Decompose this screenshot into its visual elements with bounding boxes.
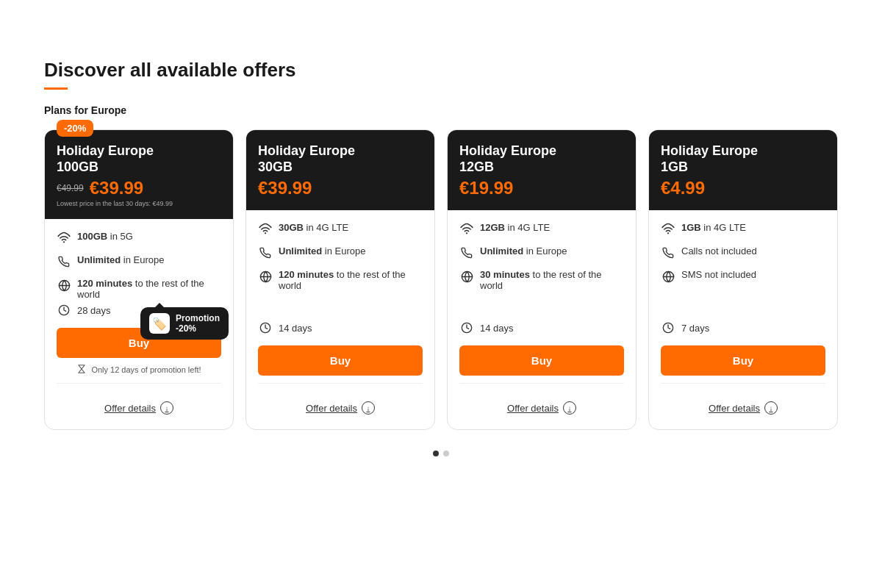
offer-details-text: Offer details (306, 403, 357, 414)
feature-list: 1GB in 4G LTE Calls not included SMS not… (661, 222, 825, 318)
offer-details-text: Offer details (709, 403, 760, 414)
cards-container: -20% Holiday Europe100GB €49.99 €39.99 L… (44, 129, 838, 430)
feature-text: 100GB in 5G (77, 231, 133, 242)
price-current: €39.99 (258, 178, 312, 198)
phone-icon (258, 245, 273, 260)
feature-text: SMS not included (681, 269, 756, 280)
feature-text: 120 minutes to the rest of the world (279, 269, 423, 291)
feature-item: Unlimited in Europe (258, 245, 423, 260)
card-1: -20% Holiday Europe100GB €49.99 €39.99 L… (44, 129, 234, 430)
feature-text: Unlimited in Europe (77, 254, 165, 265)
feature-text: 30 minutes to the rest of the world (480, 269, 624, 291)
plan-name: Holiday Europe100GB (57, 143, 221, 175)
duration-text: 28 days (77, 305, 111, 316)
feature-text: 12GB in 4G LTE (480, 222, 550, 233)
card-header: Holiday Europe12GB €19.99 (448, 130, 636, 210)
page-title: Discover all available offers (44, 59, 838, 82)
globe-icon (57, 278, 71, 293)
offer-details-text: Offer details (507, 403, 559, 414)
feature-list: 100GB in 5G Unlimited in Europe 120 minu… (57, 231, 221, 300)
buy-button[interactable]: Buy (258, 345, 423, 376)
divider (661, 383, 825, 384)
clock-icon (459, 320, 474, 335)
buy-button[interactable]: Buy (661, 345, 825, 376)
price-original: €49.99 (57, 183, 84, 193)
offer-details-link[interactable]: Offer details ↓ (661, 401, 825, 417)
title-underline (44, 87, 68, 90)
duration-row: 7 days (661, 320, 825, 335)
card-body: 30GB in 4G LTE Unlimited in Europe 120 m… (246, 210, 434, 429)
feature-item: Calls not included (661, 245, 825, 260)
lowest-price-note: Lowest price in the last 30 days: €49.99 (57, 200, 221, 207)
offer-details-link[interactable]: Offer details ↓ (459, 401, 624, 417)
feature-item: Unlimited in Europe (459, 245, 624, 260)
feature-item: 120 minutes to the rest of the world (57, 278, 221, 300)
dot-1[interactable] (433, 451, 439, 456)
feature-text: Unlimited in Europe (480, 245, 567, 257)
globe-icon (459, 269, 474, 284)
dot-2[interactable] (443, 451, 449, 456)
discount-badge: -20% (57, 120, 93, 137)
offer-details-link[interactable]: Offer details ↓ (258, 401, 423, 417)
price-current: €19.99 (459, 178, 513, 198)
feature-list: 30GB in 4G LTE Unlimited in Europe 120 m… (258, 222, 423, 318)
download-icon: ↓ (764, 401, 778, 415)
signal-icon (459, 222, 474, 237)
feature-item: SMS not included (661, 269, 825, 284)
price-current: €39.99 (90, 178, 143, 198)
feature-item: 1GB in 4G LTE (661, 222, 825, 237)
section-subtitle: Plans for Europe (44, 104, 838, 116)
feature-item: 30 minutes to the rest of the world (459, 269, 624, 291)
divider (459, 383, 624, 384)
buy-button[interactable]: Buy (459, 345, 624, 376)
divider (258, 383, 423, 384)
signal-icon (258, 222, 273, 237)
clock-icon (258, 320, 273, 335)
duration-text: 14 days (279, 323, 312, 334)
card-header: Holiday Europe1GB €4.99 (649, 130, 837, 210)
feature-text: 1GB in 4G LTE (681, 222, 746, 233)
plan-name: Holiday Europe1GB (661, 143, 825, 175)
feature-text: Unlimited in Europe (279, 245, 366, 257)
card-header: Holiday Europe30GB €39.99 (246, 130, 434, 210)
hourglass-icon (76, 364, 87, 376)
card-3: Holiday Europe12GB €19.99 12GB in 4G LTE… (447, 129, 637, 430)
card-body: 1GB in 4G LTE Calls not included SMS not… (649, 210, 837, 429)
duration-row: 14 days (258, 320, 423, 335)
duration-row: 14 days (459, 320, 624, 335)
card-body: 100GB in 5G Unlimited in Europe 120 minu… (45, 219, 233, 429)
offer-details-text: Offer details (104, 403, 156, 414)
feature-text: 120 minutes to the rest of the world (77, 278, 221, 300)
feature-item: 30GB in 4G LTE (258, 222, 423, 237)
globe-icon (661, 269, 675, 284)
card-2: Holiday Europe30GB €39.99 30GB in 4G LTE… (245, 129, 435, 430)
signal-icon (57, 231, 71, 245)
promo-note: Only 12 days of promotion left! (57, 364, 221, 376)
card-header: -20% Holiday Europe100GB €49.99 €39.99 L… (45, 130, 233, 219)
price-current: €4.99 (661, 178, 705, 198)
tooltip-text: Promotion-20% (176, 313, 220, 334)
clock-icon (661, 320, 675, 335)
download-icon: ↓ (362, 401, 375, 415)
feature-list: 12GB in 4G LTE Unlimited in Europe 30 mi… (459, 222, 624, 318)
feature-item: 100GB in 5G (57, 231, 221, 245)
card-body: 12GB in 4G LTE Unlimited in Europe 30 mi… (448, 210, 636, 429)
offer-details-link[interactable]: Offer details ↓ (57, 401, 221, 417)
duration-text: 7 days (681, 323, 709, 334)
phone-icon (57, 254, 71, 269)
globe-icon (258, 269, 273, 284)
phone-icon (661, 245, 675, 260)
download-icon: ↓ (563, 401, 576, 415)
plan-name: Holiday Europe30GB (258, 143, 423, 175)
feature-text: Calls not included (681, 245, 757, 257)
promo-note-text: Only 12 days of promotion left! (91, 365, 201, 374)
feature-item: Unlimited in Europe (57, 254, 221, 269)
pagination-dots (44, 451, 838, 456)
tooltip-icon: 🏷️ (149, 313, 170, 334)
feature-item: 12GB in 4G LTE (459, 222, 624, 237)
clock-icon (57, 303, 71, 318)
phone-icon (459, 245, 474, 260)
feature-text: 30GB in 4G LTE (279, 222, 348, 233)
signal-icon (661, 222, 675, 237)
feature-item: 120 minutes to the rest of the world (258, 269, 423, 291)
